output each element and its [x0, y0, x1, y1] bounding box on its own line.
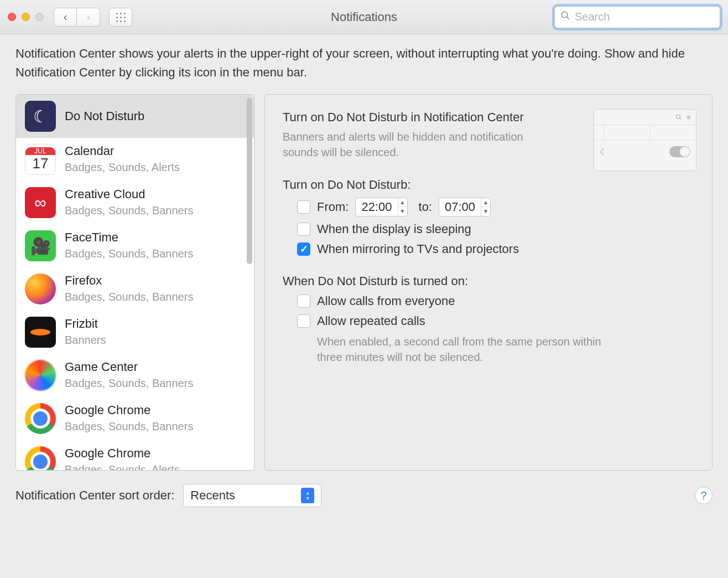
close-window-button[interactable]: [8, 13, 16, 21]
search-input[interactable]: [575, 11, 714, 23]
repeated-calls-note: When enabled, a second call from the sam…: [317, 334, 627, 365]
forward-button[interactable]: ›: [77, 8, 100, 27]
app-icon: [25, 446, 56, 470]
help-button[interactable]: ?: [695, 487, 713, 504]
select-arrows-icon: ▴▾: [301, 488, 314, 503]
svg-point-0: [561, 12, 568, 18]
footer: Notification Center sort order: Recents …: [0, 471, 728, 520]
back-button[interactable]: ‹: [54, 8, 77, 27]
app-icon: [25, 360, 56, 391]
checkbox[interactable]: [297, 314, 310, 328]
to-time-stepper[interactable]: ▲▼: [481, 198, 490, 216]
detail-heading: Turn on Do Not Disturb in Notification C…: [283, 110, 532, 125]
app-name: Google Chrome: [65, 446, 180, 461]
option-label: When the display is sleeping: [317, 222, 471, 236]
search-mini-icon: [675, 114, 682, 121]
app-subtitle: Badges, Sounds, Banners: [65, 419, 193, 434]
app-subtitle: Badges, Sounds, Alerts: [65, 159, 180, 175]
detail-subheading: Banners and alerts will be hidden and no…: [283, 129, 526, 160]
zoom-window-button[interactable]: [35, 13, 44, 21]
svg-point-2: [676, 115, 680, 118]
window-toolbar: ‹ › Notifications: [0, 0, 728, 34]
app-subtitle: Banners: [65, 332, 106, 348]
sidebar-item-facetime[interactable]: 🎥FaceTimeBadges, Sounds, Banners: [16, 224, 254, 267]
app-name: Calendar: [65, 144, 180, 158]
app-sidebar: ☾Do Not DisturbJUL17CalendarBadges, Soun…: [15, 94, 254, 471]
sidebar-item-firefox[interactable]: FirefoxBadges, Sounds, Banners: [16, 267, 254, 311]
option-label: Allow calls from everyone: [317, 294, 455, 308]
scrollbar-thumb[interactable]: [247, 98, 252, 264]
grid-icon: [115, 12, 126, 23]
option-label: Allow repeated calls: [317, 314, 425, 328]
app-subtitle: Badges, Sounds, Alerts: [65, 462, 180, 470]
to-time-value: 07:00: [439, 200, 481, 214]
from-label: From:: [317, 200, 349, 214]
app-name: Creative Cloud: [65, 187, 193, 202]
checkbox[interactable]: [297, 223, 310, 236]
sidebar-item-calendar[interactable]: JUL17CalendarBadges, Sounds, Alerts: [16, 138, 254, 181]
app-subtitle: Badges, Sounds, Banners: [65, 289, 193, 305]
app-subtitle: Badges, Sounds, Banners: [65, 375, 193, 391]
from-time-value: 22:00: [356, 200, 397, 214]
notification-center-preview: ≡ ☾: [594, 109, 696, 171]
nav-back-forward: ‹ ›: [54, 8, 100, 27]
app-name: FaceTime: [65, 230, 193, 245]
app-icon: ∞: [25, 187, 56, 218]
pane-description: Notification Center shows your alerts in…: [0, 34, 728, 84]
sidebar-item-google-chrome[interactable]: Google ChromeBadges, Sounds, Alerts: [16, 440, 254, 470]
app-icon: 🎥: [25, 230, 56, 261]
checkbox[interactable]: [297, 242, 310, 256]
sidebar-item-creative-cloud[interactable]: ∞Creative CloudBadges, Sounds, Banners: [16, 181, 254, 224]
list-mini-icon: ≡: [687, 113, 690, 121]
schedule-label: Turn on Do Not Disturb:: [283, 178, 694, 192]
sort-order-value: Recents: [190, 488, 235, 503]
app-subtitle: Badges, Sounds, Banners: [65, 203, 193, 218]
sort-order-label: Notification Center sort order:: [15, 488, 174, 503]
minimize-window-button[interactable]: [22, 13, 30, 21]
moon-mini-icon: ☾: [600, 147, 607, 157]
app-icon: [25, 273, 56, 305]
turned-on-label: When Do Not Disturb is turned on:: [283, 274, 694, 288]
sidebar-item-frizbit[interactable]: FrizbitBanners: [16, 311, 254, 354]
app-name: Do Not Disturb: [65, 109, 144, 123]
to-time-field[interactable]: 07:00 ▲▼: [439, 198, 491, 216]
traffic-lights: [8, 13, 44, 21]
svg-line-3: [679, 118, 681, 120]
to-label: to:: [419, 200, 432, 214]
from-time-stepper[interactable]: ▲▼: [398, 198, 407, 216]
search-icon: [560, 11, 570, 23]
app-name: Firefox: [65, 273, 193, 288]
sort-order-select[interactable]: Recents ▴▾: [183, 484, 321, 507]
app-subtitle: Badges, Sounds, Banners: [65, 246, 193, 261]
app-icon: JUL17: [25, 144, 56, 175]
sidebar-item-do-not-disturb[interactable]: ☾Do Not Disturb: [16, 95, 254, 138]
sidebar-item-game-center[interactable]: Game CenterBadges, Sounds, Banners: [16, 354, 254, 397]
window-title: Notifications: [331, 10, 397, 24]
sidebar-item-google-chrome[interactable]: Google ChromeBadges, Sounds, Banners: [16, 397, 254, 440]
from-time-field[interactable]: 22:00 ▲▼: [355, 198, 407, 216]
detail-panel: ≡ ☾ Turn on Do Not Disturb in Notificati…: [264, 94, 713, 471]
show-all-prefs-button[interactable]: [109, 8, 132, 27]
app-name: Frizbit: [65, 317, 106, 331]
search-field[interactable]: [554, 6, 720, 28]
dnd-toggle-preview: [669, 146, 690, 157]
app-name: Google Chrome: [65, 403, 193, 417]
checkbox[interactable]: [297, 295, 310, 308]
app-icon: ☾: [25, 101, 56, 132]
schedule-enable-checkbox[interactable]: [297, 200, 310, 214]
app-icon: [25, 317, 56, 348]
svg-line-1: [566, 17, 569, 19]
option-label: When mirroring to TVs and projectors: [317, 242, 519, 256]
app-name: Game Center: [65, 360, 193, 374]
app-icon: [25, 403, 56, 434]
